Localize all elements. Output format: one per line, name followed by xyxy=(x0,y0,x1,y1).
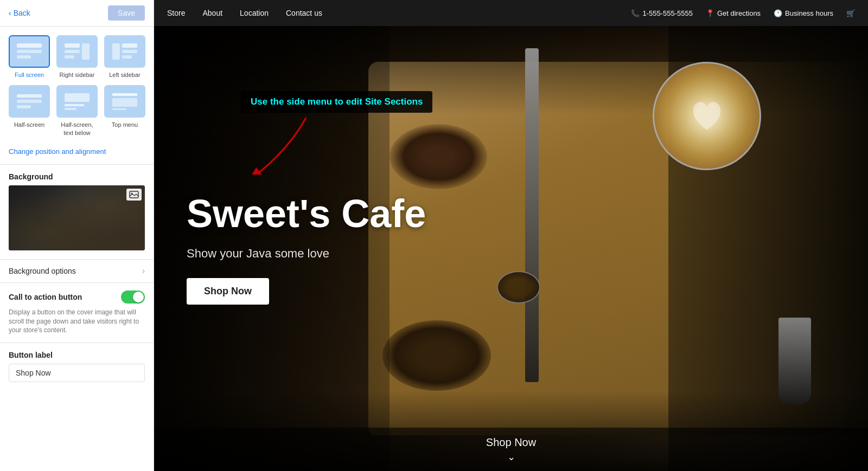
cart-icon: 🛒 xyxy=(846,9,855,17)
hero-title: Sweet's Cafe xyxy=(187,192,426,235)
button-label-section: Button label xyxy=(0,343,154,390)
layout-icon-half-screen xyxy=(9,85,50,118)
cta-toggle[interactable] xyxy=(121,291,145,304)
svg-rect-2 xyxy=(17,55,31,59)
cta-title: Call to action button xyxy=(9,293,82,301)
layout-item-top-menu[interactable]: Top menu xyxy=(104,85,145,137)
svg-rect-3 xyxy=(65,43,80,48)
svg-rect-18 xyxy=(112,98,137,107)
bg-thumbnail-overlay xyxy=(9,185,145,250)
svg-rect-9 xyxy=(122,50,137,53)
svg-rect-17 xyxy=(112,93,137,96)
svg-rect-8 xyxy=(122,43,137,48)
svg-rect-10 xyxy=(122,55,132,59)
layout-icon-left-sidebar xyxy=(104,35,145,68)
background-options-label: Background options xyxy=(9,267,76,275)
svg-rect-5 xyxy=(65,50,80,53)
nav-right: 📞 1-555-555-5555 📍 Get directions 🕐 Busi… xyxy=(631,9,855,17)
layout-label-top-menu: Top menu xyxy=(112,121,138,128)
phone-icon: 📞 xyxy=(631,9,640,17)
save-button[interactable]: Save xyxy=(108,5,145,21)
svg-rect-4 xyxy=(82,43,90,60)
back-button[interactable]: ‹ Back xyxy=(9,9,30,17)
background-thumbnail[interactable] xyxy=(9,185,145,250)
layout-item-half-screen-text-below[interactable]: Half-screen, text below xyxy=(56,85,98,137)
svg-rect-19 xyxy=(112,108,126,110)
svg-rect-6 xyxy=(65,55,74,59)
hours-label: Business hours xyxy=(785,9,833,17)
cta-description: Display a button on the cover image that… xyxy=(9,308,145,335)
hero-section: Sweet's Cafe Show your Java some love Sh… xyxy=(154,26,868,471)
nav-hours[interactable]: 🕐 Business hours xyxy=(774,9,833,17)
hero-bottom-cta-text: Shop Now xyxy=(486,436,536,449)
svg-rect-0 xyxy=(17,43,42,48)
svg-rect-15 xyxy=(65,104,84,106)
latte-art-container xyxy=(653,62,761,170)
svg-rect-14 xyxy=(65,93,90,102)
hero-cta-button[interactable]: Shop Now xyxy=(187,278,269,305)
layout-label-half-screen: Half-screen xyxy=(14,121,44,128)
directions-label: Get directions xyxy=(717,9,761,17)
toggle-knob xyxy=(133,292,144,302)
cta-header: Call to action button xyxy=(9,291,145,304)
layout-icon-full-screen xyxy=(9,35,50,68)
button-label-input[interactable] xyxy=(9,364,145,382)
nav-item-location[interactable]: Location xyxy=(240,9,269,17)
bg-thumbnail-inner xyxy=(9,185,145,250)
nav-item-store[interactable]: Store xyxy=(167,9,185,17)
button-label-title: Button label xyxy=(9,351,145,359)
main-preview: Store About Location Contact us 📞 1-555-… xyxy=(154,0,868,471)
annotation-bubble: Use the side menu to edit Site Sections xyxy=(241,91,432,113)
nav-item-about[interactable]: About xyxy=(202,9,222,17)
background-section-label: Background xyxy=(0,165,154,185)
portafilter-handle xyxy=(525,48,539,382)
layout-icon-top-menu xyxy=(104,85,145,118)
layout-label-left-sidebar: Left sidebar xyxy=(109,71,140,79)
nav-cart[interactable]: 🛒 xyxy=(846,9,855,17)
hero-bottom[interactable]: Shop Now ⌄ xyxy=(154,428,868,471)
panel-header: ‹ Back Save xyxy=(0,0,154,27)
chevron-down-icon: ⌄ xyxy=(507,451,515,463)
layout-label-half-screen-text-below: Half-screen, text below xyxy=(56,121,98,137)
left-panel: ‹ Back Save Full screen xyxy=(0,0,154,471)
nav-phone[interactable]: 📞 1-555-555-5555 xyxy=(631,9,693,17)
back-arrow-icon: ‹ xyxy=(9,9,11,17)
hero-content: Sweet's Cafe Show your Java some love Sh… xyxy=(154,160,458,337)
svg-rect-7 xyxy=(112,43,120,60)
layout-item-right-sidebar[interactable]: Right sidebar xyxy=(56,35,98,79)
hero-subtitle: Show your Java some love xyxy=(187,247,426,261)
svg-rect-11 xyxy=(17,94,42,98)
layout-item-full-screen[interactable]: Full screen xyxy=(9,35,50,79)
nav-left: Store About Location Contact us xyxy=(167,9,322,17)
chevron-right-icon: › xyxy=(142,266,145,276)
cta-section: Call to action button Display a button o… xyxy=(0,282,154,343)
svg-rect-13 xyxy=(17,105,31,108)
annotation-arrow xyxy=(246,115,322,177)
annotation: Use the side menu to edit Site Sections xyxy=(241,91,432,113)
layout-item-left-sidebar[interactable]: Left sidebar xyxy=(104,35,145,79)
layout-icon-right-sidebar xyxy=(56,35,98,68)
layout-label-full-screen: Full screen xyxy=(15,71,44,79)
nav-item-contact[interactable]: Contact us xyxy=(286,9,322,17)
site-nav: Store About Location Contact us 📞 1-555-… xyxy=(154,0,868,26)
phone-number: 1-555-555-5555 xyxy=(642,9,693,17)
back-label: Back xyxy=(14,9,30,17)
svg-rect-16 xyxy=(65,108,76,110)
tamper xyxy=(778,318,811,404)
layout-item-half-screen[interactable]: Half-screen xyxy=(9,85,50,137)
portafilter-cup xyxy=(497,271,540,304)
image-icon xyxy=(126,189,142,201)
nav-directions[interactable]: 📍 Get directions xyxy=(706,9,761,17)
layout-grid: Full screen Right sidebar xyxy=(0,27,154,145)
svg-rect-1 xyxy=(17,50,42,53)
clock-icon: 🕐 xyxy=(774,9,782,17)
background-options-row[interactable]: Background options › xyxy=(0,259,154,282)
layout-icon-half-screen-text-below xyxy=(56,85,98,118)
layout-label-right-sidebar: Right sidebar xyxy=(60,71,95,79)
svg-rect-12 xyxy=(17,100,42,103)
change-position-link[interactable]: Change position and alignment xyxy=(0,145,154,164)
location-pin-icon: 📍 xyxy=(706,9,714,17)
